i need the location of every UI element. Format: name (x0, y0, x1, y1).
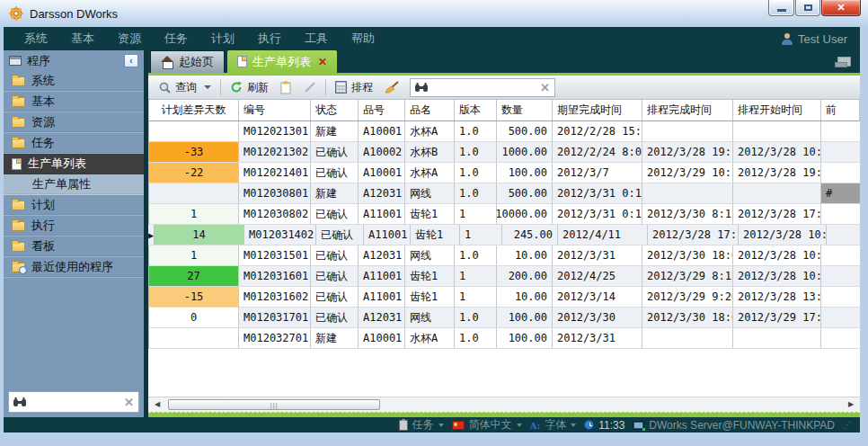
sidebar-item-0[interactable]: 系统 (4, 71, 144, 92)
cell-version[interactable]: 1.0 (455, 308, 497, 328)
cell-status[interactable]: 已确认 (311, 163, 359, 183)
current-user[interactable]: Test User (782, 32, 851, 46)
refresh-button[interactable]: 刷新 (227, 78, 271, 97)
cell-sched_start[interactable]: 2012/3/28 17:13 (733, 204, 821, 225)
cell-item_name[interactable]: 水杯B (405, 142, 455, 163)
cell-code[interactable]: M012021302 (239, 142, 311, 163)
menu-item-0[interactable]: 系统 (13, 31, 59, 47)
cell-extra[interactable] (821, 266, 860, 287)
cell-code[interactable]: M012030802 (239, 204, 311, 225)
cell-due[interactable]: 2012/4/11 (558, 225, 648, 245)
cell-sched_end[interactable]: 2012/3/30 18:00 (642, 245, 733, 266)
cell-version[interactable]: 1.0 (455, 183, 497, 204)
column-header-item_no[interactable]: 品号 (359, 100, 405, 121)
cell-extra[interactable] (821, 308, 860, 328)
row-selector[interactable]: ▶ (148, 225, 155, 245)
cell-extra[interactable] (821, 287, 860, 308)
cell-code[interactable]: M012031602 (239, 287, 311, 308)
cell-sched_start[interactable]: 2012/3/29 17:46 (733, 308, 821, 328)
column-header-extra[interactable]: 前 (821, 100, 860, 121)
menu-item-3[interactable]: 任务 (153, 31, 199, 47)
menu-item-2[interactable]: 资源 (106, 31, 153, 47)
cell-sched_end[interactable] (642, 328, 733, 349)
cell-qty[interactable]: 10000.00 (497, 204, 553, 225)
toolbar-search-clear-icon[interactable]: ✕ (540, 81, 550, 94)
schedule-button[interactable]: 排程 (332, 78, 376, 97)
cell-sched_end[interactable]: 2012/3/30 8:15 (642, 204, 733, 225)
cell-item_name[interactable]: 齿轮1 (405, 266, 455, 287)
cell-item_no[interactable]: A11001 (359, 266, 405, 287)
cell-sched_end[interactable]: 2012/3/28 19:10 (642, 142, 733, 163)
cell-extra[interactable] (821, 121, 860, 142)
cell-status[interactable]: 已确认 (311, 142, 359, 163)
cell-status[interactable]: 已确认 (311, 266, 359, 287)
cell-sched_start[interactable]: 2012/3/28 10:52 (733, 266, 821, 287)
menu-item-5[interactable]: 执行 (246, 31, 293, 47)
cell-sched_start[interactable]: 2012/3/28 13:40 (733, 287, 821, 308)
table-row[interactable]: -33M012021302已确认A10002水杯B1.01000.002012/… (148, 142, 860, 163)
cell-status[interactable]: 新建 (311, 183, 359, 204)
column-header-qty[interactable]: 数量 (497, 100, 553, 121)
cell-due[interactable]: 2012/3/31 0:17 (553, 204, 642, 225)
column-header-code[interactable]: 编号 (239, 100, 311, 121)
sidebar-item-6[interactable]: 计划 (4, 195, 144, 216)
cell-item_no[interactable]: A11001 (359, 287, 405, 308)
cell-status[interactable]: 新建 (311, 328, 359, 349)
table-row[interactable]: 1M012030802已确认A11001齿轮1110000.002012/3/3… (148, 204, 860, 225)
cell-diff[interactable]: -15 (149, 287, 239, 308)
cell-extra[interactable] (821, 245, 860, 266)
cell-extra[interactable] (821, 163, 860, 183)
cell-due[interactable]: 2012/3/7 (553, 163, 642, 183)
cell-code[interactable]: M012021301 (239, 121, 311, 142)
sidebar-item-1[interactable]: 基本 (4, 92, 144, 112)
cell-item_name[interactable]: 网线 (405, 245, 455, 266)
cell-due[interactable]: 2012/2/24 8:00 (553, 142, 642, 163)
tab-close-icon[interactable]: ✕ (318, 56, 327, 68)
menu-item-7[interactable]: 帮助 (340, 31, 386, 47)
horizontal-scrollbar[interactable]: ◀ ||| ▶ (148, 397, 860, 412)
scrollbar-thumb[interactable]: ||| (168, 399, 380, 410)
scroll-left-icon[interactable]: ◀ (151, 399, 164, 410)
cell-sched_end[interactable]: 2012/3/29 8:15 (642, 266, 733, 287)
cell-qty[interactable]: 245.00 (502, 225, 558, 245)
cell-item_name[interactable]: 齿轮1 (411, 225, 460, 245)
cell-item_no[interactable]: A11001 (364, 225, 411, 245)
column-header-item_name[interactable]: 品名 (405, 100, 455, 121)
cell-code[interactable]: M012031601 (239, 266, 311, 287)
cell-qty[interactable]: 200.00 (497, 266, 553, 287)
cell-diff[interactable]: 1 (149, 245, 239, 266)
menu-item-4[interactable]: 计划 (199, 31, 246, 47)
column-header-sched_end[interactable]: 排程完成时间 (642, 100, 733, 121)
cell-qty[interactable]: 10.00 (497, 245, 553, 266)
table-row[interactable]: ▶14M012031402已确认A11001齿轮11245.002012/4/1… (148, 225, 860, 245)
sidebar-item-5[interactable]: 生产单属性 (4, 174, 144, 195)
cell-item_no[interactable]: A10001 (359, 328, 405, 349)
cell-due[interactable]: 2012/3/31 0:10 (553, 183, 642, 204)
sidebar-item-4[interactable]: 生产单列表 (4, 154, 144, 174)
cell-diff[interactable]: 14 (155, 225, 244, 245)
cell-extra[interactable] (821, 328, 860, 349)
table-row[interactable]: -22M012021401已确认A10001水杯A1.0100.002012/3… (148, 163, 860, 183)
status-task-menu[interactable]: 任务 (399, 417, 444, 433)
cell-version[interactable]: 1.0 (455, 328, 497, 349)
sidebar-item-9[interactable]: 最近使用的程序 (4, 257, 144, 278)
sidebar-search-clear-icon[interactable]: ✕ (124, 396, 134, 409)
cell-code[interactable]: M012032701 (239, 328, 311, 349)
column-header-due[interactable]: 期望完成时间 (553, 100, 642, 121)
cell-diff[interactable] (149, 183, 239, 204)
table-row[interactable]: M012021301新建A10001水杯A1.0500.002012/2/28 … (148, 121, 860, 142)
sidebar-item-3[interactable]: 任务 (4, 133, 144, 154)
cell-item_no[interactable]: A12031 (359, 308, 405, 328)
cell-code[interactable]: M012031501 (239, 245, 311, 266)
cell-status[interactable]: 已确认 (311, 245, 359, 266)
tab-1[interactable]: 生产单列表✕ (227, 50, 337, 73)
cell-item_name[interactable]: 水杯A (405, 121, 455, 142)
maximize-button[interactable] (795, 0, 820, 16)
resize-grip[interactable]: ⋰ (843, 420, 851, 430)
new-button[interactable] (278, 79, 295, 96)
column-header-status[interactable]: 状态 (311, 100, 359, 121)
cell-version[interactable]: 1 (455, 266, 497, 287)
cell-version[interactable]: 1.0 (455, 163, 497, 183)
cell-due[interactable]: 2012/3/14 (553, 287, 642, 308)
cell-diff[interactable]: -22 (149, 163, 239, 183)
